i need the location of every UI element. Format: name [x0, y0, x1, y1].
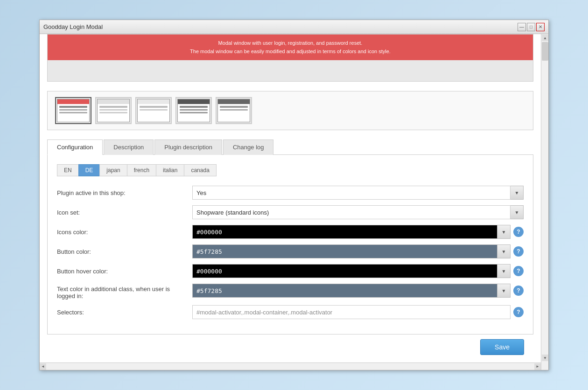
color-wrapper-hover: #000000 ▼	[192, 264, 511, 278]
color-preview-hover: #000000	[193, 265, 497, 278]
field-selectors: ?	[192, 305, 524, 319]
color-drop-hover[interactable]: ▼	[497, 265, 510, 278]
thumbnail-5[interactable]	[216, 97, 252, 124]
color-preview-icons: #000000	[193, 225, 497, 238]
window-controls: — □ ✕	[518, 23, 545, 31]
color-drop-logged-in[interactable]: ▼	[497, 284, 510, 297]
preview-container: Modal window with user login, registrati…	[47, 34, 533, 82]
scrollbar-bottom[interactable]: ◄ ►	[40, 362, 541, 370]
tab-change-log[interactable]: Change log	[223, 139, 274, 155]
thumbnail-4[interactable]	[175, 97, 212, 124]
color-field-logged-in: #5f7285 ▼	[192, 284, 511, 298]
field-icons-color: #000000 ▼ ?	[192, 225, 524, 239]
thumbnails-row	[47, 91, 533, 130]
preview-gray-area	[48, 60, 533, 81]
label-button-color: Button color:	[57, 248, 192, 255]
form-row-selectors: Selectors: ?	[57, 305, 524, 319]
thumbnail-3[interactable]	[135, 97, 172, 124]
form-row-button-color: Button color: #5f7285 ▼ ?	[57, 244, 524, 258]
help-btn-icons-color[interactable]: ?	[513, 227, 524, 237]
lang-tab-japan[interactable]: japan	[99, 164, 127, 176]
scroll-down-arrow[interactable]: ▼	[542, 355, 548, 361]
color-wrapper-logged-in: #5f7285 ▼	[192, 284, 511, 298]
selectors-input[interactable]	[192, 305, 511, 319]
help-btn-button-color[interactable]: ?	[513, 246, 524, 257]
color-field-button: #5f7285 ▼	[192, 244, 511, 258]
field-icon-set: Shopware (standard icons) ▼	[192, 205, 524, 219]
preview-banner: Modal window with user login, registrati…	[48, 35, 533, 60]
preview-line1: Modal window with user login, registrati…	[52, 39, 528, 48]
label-plugin-active: Plugin active in this shop:	[57, 189, 192, 196]
close-button[interactable]: ✕	[536, 23, 545, 31]
maximize-button[interactable]: □	[527, 23, 535, 31]
scroll-left-arrow[interactable]: ◄	[40, 363, 46, 370]
help-btn-text-color-logged-in[interactable]: ?	[513, 286, 524, 296]
minimize-button[interactable]: —	[518, 23, 526, 31]
thumbnail-1[interactable]	[55, 97, 91, 124]
tab-description[interactable]: Description	[104, 139, 154, 155]
label-button-hover-color: Button hover color:	[57, 268, 192, 275]
color-preview-logged-in: #5f7285	[193, 284, 497, 297]
form-row-text-color-logged-in: Text color in additional class, when use…	[57, 284, 524, 299]
form-row-icon-set: Icon set: Shopware (standard icons) ▼	[57, 205, 524, 219]
lang-tab-en[interactable]: EN	[57, 164, 79, 176]
field-plugin-active: Yes ▼	[192, 186, 524, 200]
select-icon-set[interactable]: Shopware (standard icons)	[192, 205, 511, 219]
lang-tab-canada[interactable]: canada	[184, 164, 216, 176]
select-arrow-plugin-active[interactable]: ▼	[511, 186, 524, 200]
scroll-right-arrow[interactable]: ►	[534, 363, 541, 370]
label-selectors: Selectors:	[57, 309, 192, 316]
help-btn-selectors[interactable]: ?	[513, 307, 524, 317]
select-wrapper-icon-set: Shopware (standard icons) ▼	[192, 205, 524, 219]
select-plugin-active[interactable]: Yes	[192, 186, 511, 200]
color-field-hover: #000000 ▼	[192, 264, 511, 278]
save-section: Save	[47, 334, 533, 360]
save-button[interactable]: Save	[480, 339, 524, 355]
form-row-button-hover-color: Button hover color: #000000 ▼ ?	[57, 264, 524, 278]
titlebar: Goodday Login Modal — □ ✕	[40, 20, 548, 34]
form-row-icons-color: Icons color: #000000 ▼ ?	[57, 225, 524, 239]
color-preview-button: #5f7285	[193, 245, 497, 258]
main-tabs: Configuration Description Plugin descrip…	[47, 139, 533, 155]
tab-content: EN DE japan french italian can	[47, 154, 533, 334]
scroll-thumb[interactable]	[542, 42, 548, 61]
main-window: Goodday Login Modal — □ ✕ ▲ ▼ ◄ ► Modal …	[39, 20, 549, 370]
tab-configuration[interactable]: Configuration	[47, 139, 103, 155]
lang-tab-italian[interactable]: italian	[156, 164, 184, 176]
preview-line2: The modal window can be easily modified …	[52, 48, 528, 56]
window-title: Goodday Login Modal	[43, 23, 103, 30]
select-wrapper-plugin-active: Yes ▼	[192, 186, 524, 200]
form-row-plugin-active: Plugin active in this shop: Yes ▼	[57, 186, 524, 200]
color-wrapper-icons: #000000 ▼	[192, 225, 511, 239]
scrollbar-right[interactable]: ▲ ▼	[541, 34, 548, 370]
lang-tab-french[interactable]: french	[127, 164, 156, 176]
tab-plugin-description[interactable]: Plugin description	[154, 139, 222, 155]
label-text-color-logged-in: Text color in additional class, when use…	[57, 284, 192, 299]
label-icons-color: Icons color:	[57, 229, 192, 236]
color-drop-button[interactable]: ▼	[497, 245, 510, 258]
field-text-color-logged-in: #5f7285 ▼ ?	[192, 284, 524, 298]
lang-tab-de[interactable]: DE	[78, 164, 100, 176]
label-icon-set: Icon set:	[57, 209, 192, 216]
color-drop-icons[interactable]: ▼	[497, 225, 510, 238]
thumbnail-2[interactable]	[95, 97, 132, 124]
field-button-color: #5f7285 ▼ ?	[192, 244, 524, 258]
scroll-up-arrow[interactable]: ▲	[542, 35, 548, 41]
color-wrapper-button: #5f7285 ▼	[192, 244, 511, 258]
color-field-icons: #000000 ▼	[192, 225, 511, 239]
config-form: Plugin active in this shop: Yes ▼	[57, 186, 524, 319]
main-content: Modal window with user login, registrati…	[40, 34, 541, 362]
window-content: ▲ ▼ ◄ ► Modal window with user login, re…	[40, 34, 548, 370]
help-btn-button-hover-color[interactable]: ?	[513, 266, 524, 276]
lang-tabs: EN DE japan french italian can	[57, 164, 524, 176]
scroll-track	[46, 363, 534, 370]
field-button-hover-color: #000000 ▼ ?	[192, 264, 524, 278]
select-arrow-icon-set[interactable]: ▼	[511, 205, 524, 219]
